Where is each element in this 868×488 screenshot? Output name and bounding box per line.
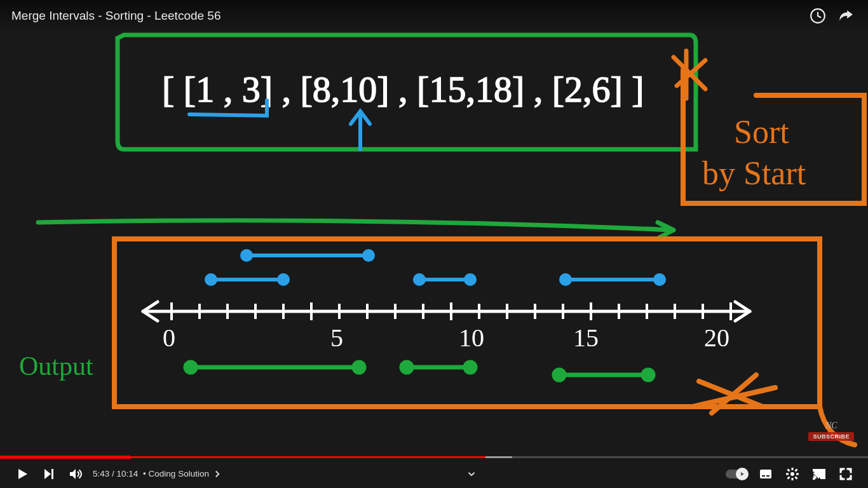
svg-line-58 bbox=[788, 469, 790, 471]
autoplay-knob bbox=[736, 468, 749, 480]
blue-segments bbox=[207, 251, 664, 284]
watch-later-icon[interactable] bbox=[807, 5, 829, 27]
subscribe-label: SUBSCRIBE bbox=[808, 432, 854, 441]
play-small-icon bbox=[739, 471, 745, 477]
input-intervals-text: [ [1 , 3] , [8,10] , [15,18] , [2,6] ] bbox=[162, 69, 644, 110]
progress-skip-segment bbox=[0, 456, 130, 459]
svg-text:15: 15 bbox=[573, 323, 599, 352]
svg-line-60 bbox=[788, 477, 790, 478]
autoplay-toggle[interactable] bbox=[726, 470, 747, 478]
total-time: 10:14 bbox=[117, 469, 139, 478]
chevron-right-icon bbox=[212, 468, 223, 480]
channel-subscribe-overlay[interactable]: NC SUBSCRIBE bbox=[808, 421, 854, 441]
svg-point-47 bbox=[643, 370, 653, 380]
svg-text:0: 0 bbox=[163, 323, 175, 352]
chevron-down-icon[interactable] bbox=[466, 468, 477, 480]
green-arrow-horizontal bbox=[38, 220, 674, 238]
svg-point-44 bbox=[465, 362, 475, 372]
video-titlebar: Merge Intervals - Sorting - Leetcode 56 bbox=[0, 0, 868, 32]
numberline-box-orange bbox=[114, 239, 820, 407]
volume-button[interactable] bbox=[62, 461, 89, 487]
channel-logo-text: NC bbox=[825, 421, 837, 431]
svg-text:20: 20 bbox=[704, 323, 729, 352]
chapter-button[interactable]: • Coding Solution bbox=[140, 468, 223, 480]
play-button[interactable] bbox=[9, 461, 36, 487]
number-line-ticks bbox=[172, 302, 731, 320]
chapter-label: Coding Solution bbox=[149, 469, 209, 478]
svg-line-59 bbox=[796, 477, 797, 478]
time-separator: / bbox=[112, 469, 117, 478]
svg-point-29 bbox=[279, 275, 288, 284]
svg-rect-50 bbox=[760, 470, 771, 478]
sort-arrowhead bbox=[674, 51, 705, 98]
output-label: Output bbox=[19, 351, 93, 381]
number-line-labels: 0 5 10 15 20 bbox=[163, 323, 729, 352]
cast-button[interactable] bbox=[806, 461, 832, 487]
svg-point-53 bbox=[790, 472, 794, 476]
svg-line-61 bbox=[796, 469, 797, 471]
subtitles-button[interactable] bbox=[752, 461, 779, 487]
svg-rect-49 bbox=[51, 469, 53, 479]
whiteboard-canvas: [ [1 , 3] , [8,10] , [15,18] , [2,6] ] S… bbox=[0, 0, 868, 451]
svg-point-38 bbox=[655, 275, 664, 284]
time-display: 5:43 / 10:14 bbox=[93, 469, 138, 478]
svg-point-41 bbox=[354, 362, 364, 372]
fullscreen-button[interactable] bbox=[832, 461, 859, 487]
svg-text:[ [1 , 3]  ,  [8,10]  ,  [15,1: [ [1 , 3] , [8,10] , [15,18] , [2,6] ] bbox=[162, 69, 644, 110]
share-icon[interactable] bbox=[835, 5, 857, 27]
sort-label-line2: by Start bbox=[702, 155, 806, 191]
video-title: Merge Intervals - Sorting - Leetcode 56 bbox=[11, 9, 801, 23]
svg-point-62 bbox=[813, 477, 815, 478]
svg-rect-52 bbox=[766, 475, 770, 477]
blue-arrow-up bbox=[351, 111, 370, 149]
svg-point-32 bbox=[364, 251, 373, 260]
elapsed-time: 5:43 bbox=[93, 469, 109, 478]
player-controls: 5:43 / 10:14 • Coding Solution bbox=[0, 459, 868, 488]
svg-point-35 bbox=[466, 275, 475, 284]
svg-text:5: 5 bbox=[330, 323, 343, 352]
svg-rect-51 bbox=[762, 475, 765, 477]
next-button[interactable] bbox=[36, 461, 62, 487]
number-line-axis bbox=[143, 302, 750, 321]
green-output-segments bbox=[186, 362, 653, 380]
settings-button[interactable] bbox=[779, 461, 806, 487]
svg-text:10: 10 bbox=[459, 323, 484, 352]
sort-label-line1: Sort bbox=[734, 114, 789, 150]
